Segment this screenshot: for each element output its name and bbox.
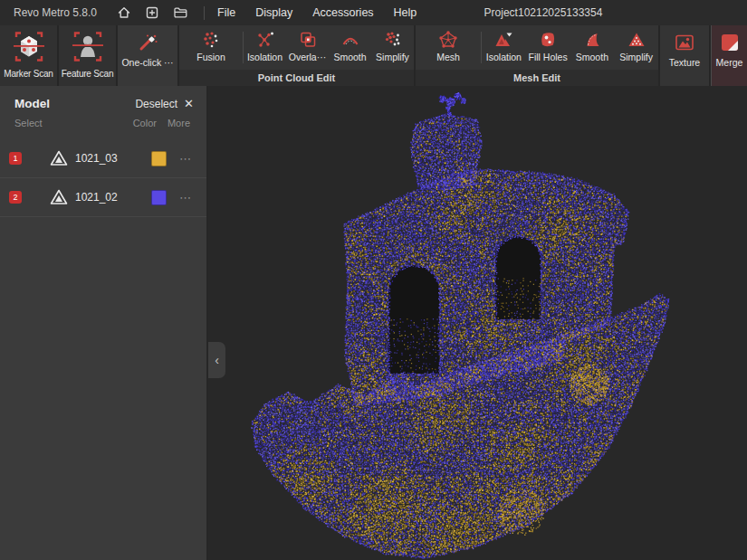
menubar: File Display Accessories Help <box>217 6 417 19</box>
color-column-label: Color <box>133 118 157 128</box>
feature-scan-icon <box>70 29 106 67</box>
more-options-icon[interactable]: ⋯ <box>179 152 192 166</box>
texture-icon <box>674 32 695 53</box>
home-icon <box>117 5 131 20</box>
mesh-simplify-button[interactable]: Simplify <box>614 25 658 70</box>
point-cloud-edit-group: Fusion Isolation <box>179 25 414 86</box>
app-version: Revo Metro 5.8.0 <box>14 6 97 19</box>
panel-title: Model <box>14 97 135 110</box>
model-name: 1021_03 <box>75 152 151 165</box>
mesh-edit-group-label: Mesh Edit <box>416 70 658 86</box>
mesh-smooth-label: Smooth <box>576 52 608 62</box>
feature-scan-button[interactable]: Feature Scan <box>59 25 116 86</box>
menu-help[interactable]: Help <box>394 6 417 19</box>
mesh-simplify-label: Simplify <box>619 52 653 62</box>
model-color-swatch[interactable] <box>151 190 167 205</box>
pc-smooth-label: Smooth <box>333 52 366 62</box>
mesh-isolation-label: Isolation <box>486 52 522 62</box>
mesh-simplify-icon <box>627 30 646 50</box>
menu-file[interactable]: File <box>217 6 235 19</box>
overlap-label: Overla··· <box>289 52 326 62</box>
marker-scan-icon <box>11 29 47 67</box>
more-options-icon[interactable]: ⋯ <box>179 191 192 204</box>
model-index-badge: 2 <box>9 191 22 204</box>
fusion-label: Fusion <box>196 52 225 62</box>
merge-button[interactable]: Merge <box>711 25 747 86</box>
toolbar: Marker Scan Feature Scan One-click ··· <box>0 25 747 86</box>
mesh-model-icon <box>50 189 68 205</box>
close-icon[interactable]: ✕ <box>184 97 194 110</box>
pc-isolation-label: Isolation <box>247 52 283 62</box>
panel-collapse-handle[interactable]: ‹ <box>208 342 225 378</box>
merge-icon <box>719 32 741 53</box>
mesh-isolation-button[interactable]: Isolation <box>482 25 526 70</box>
new-project-icon <box>145 5 159 20</box>
pc-simplify-button[interactable]: Simplify <box>371 25 414 70</box>
point-cloud-edit-group-label: Point Cloud Edit <box>179 70 414 86</box>
titlebar-divider <box>204 6 205 20</box>
pc-isolation-button[interactable]: Isolation <box>244 25 286 70</box>
fill-holes-icon <box>538 30 558 50</box>
open-folder-icon <box>173 5 188 20</box>
texture-label: Texture <box>669 57 700 68</box>
marker-scan-button[interactable]: Marker Scan <box>0 25 57 86</box>
model-list: 1 1021_03 ⋯ 2 <box>0 139 206 217</box>
mesh-smooth-button[interactable]: Smooth <box>570 25 615 70</box>
pc-isolation-icon <box>255 30 275 50</box>
fill-holes-label: Fill Holes <box>529 52 568 62</box>
overlap-icon <box>298 30 318 50</box>
fill-holes-button[interactable]: Fill Holes <box>526 25 570 70</box>
model-panel: Model Deselect ✕ Select Color More 1 102… <box>0 86 207 560</box>
select-column-label: Select <box>14 118 133 128</box>
mesh-icon <box>438 30 458 50</box>
point-cloud-canvas[interactable] <box>208 86 747 560</box>
merge-label: Merge <box>716 57 743 68</box>
pc-smooth-icon <box>340 30 360 50</box>
titlebar: Revo Metro 5.8.0 File <box>0 0 747 25</box>
deselect-button[interactable]: Deselect ✕ <box>135 97 194 110</box>
texture-button[interactable]: Texture <box>660 25 709 86</box>
mesh-button[interactable]: Mesh <box>416 25 481 70</box>
model-index-badge: 1 <box>9 152 22 165</box>
new-project-button[interactable] <box>143 4 161 22</box>
mesh-label: Mesh <box>436 52 460 62</box>
model-name: 1021_02 <box>75 191 151 204</box>
magic-wand-icon <box>137 32 158 53</box>
marker-scan-label: Marker Scan <box>4 69 53 79</box>
fusion-icon <box>201 30 221 50</box>
model-row-2[interactable]: 2 1021_02 ⋯ <box>0 178 206 217</box>
pc-simplify-icon <box>383 30 403 50</box>
revo-metro-window: Revo Metro 5.8.0 File <box>0 0 747 560</box>
menu-display[interactable]: Display <box>255 6 292 19</box>
feature-scan-label: Feature Scan <box>62 69 114 79</box>
open-project-button[interactable] <box>171 4 189 22</box>
home-button[interactable] <box>115 4 133 22</box>
viewport-3d[interactable]: ‹ <box>208 86 747 560</box>
fusion-button[interactable]: Fusion <box>179 25 243 70</box>
deselect-label: Deselect <box>135 98 177 110</box>
mesh-smooth-icon <box>582 30 602 50</box>
mesh-model-icon <box>50 150 68 166</box>
one-click-label: One-click ··· <box>121 57 173 68</box>
chevron-left-icon: ‹ <box>215 353 219 367</box>
menu-accessories[interactable]: Accessories <box>312 6 373 19</box>
one-click-button[interactable]: One-click ··· <box>118 25 177 86</box>
model-row-1[interactable]: 1 1021_03 ⋯ <box>0 139 206 178</box>
project-title: Project10212025133354 <box>484 0 603 25</box>
pc-simplify-label: Simplify <box>376 52 409 62</box>
model-color-swatch[interactable] <box>151 151 167 166</box>
overlap-button[interactable]: Overla··· <box>286 25 329 70</box>
pc-smooth-button[interactable]: Smooth <box>329 25 371 70</box>
mesh-edit-group: Mesh Isolation <box>416 25 658 86</box>
more-column-label: More <box>168 118 190 128</box>
mesh-isolation-icon <box>493 30 513 50</box>
